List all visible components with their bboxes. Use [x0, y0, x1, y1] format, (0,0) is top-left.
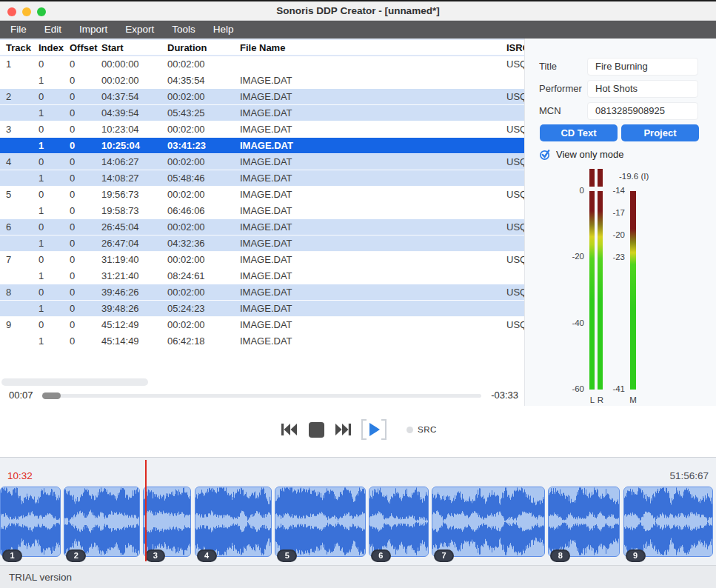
track-number-badge[interactable]: 7 [434, 549, 454, 562]
menu-item-help[interactable]: Help [204, 21, 243, 39]
cell-index: 0 [39, 254, 70, 265]
cell-offset: 0 [70, 335, 101, 347]
column-header-isrc[interactable]: ISRC [506, 42, 524, 53]
cell-file: IMAGE.DAT [240, 270, 506, 281]
waveform-clip-7[interactable] [432, 487, 545, 557]
next-track-button[interactable] [334, 420, 353, 439]
table-row[interactable]: 1045:14:4906:42:18IMAGE.DAT [0, 333, 524, 350]
skip-forward-icon [335, 422, 352, 437]
column-header-offset[interactable]: Offset [70, 42, 101, 53]
m-scale-tick: -20 [601, 230, 625, 239]
play-button[interactable] [361, 418, 387, 441]
seek-slider-thumb[interactable] [42, 392, 61, 399]
menu-item-export[interactable]: Export [116, 21, 163, 39]
cell-track: 8 [6, 287, 39, 298]
cell-isrc: USQ [506, 91, 524, 102]
column-header-track[interactable]: Track [6, 42, 39, 53]
track-number-badge[interactable]: 1 [2, 549, 22, 562]
track-number-badge[interactable]: 3 [145, 549, 165, 562]
src-indicator-group[interactable]: SRC [406, 425, 437, 434]
waveform-clip-9[interactable] [623, 487, 713, 557]
cell-duration: 00:02:00 [167, 59, 240, 70]
cell-index: 0 [39, 221, 70, 233]
waveform-clip-8[interactable] [548, 487, 620, 557]
table-row[interactable]: 90045:12:4900:02:00IMAGE.DATUSQ [0, 317, 524, 333]
waveform-clip-1[interactable] [0, 487, 61, 557]
table-row[interactable]: 40014:06:2700:02:00IMAGE.DATUSQ [0, 154, 524, 170]
menu-item-tools[interactable]: Tools [163, 21, 204, 39]
cell-duration: 04:35:54 [167, 75, 240, 86]
table-row[interactable]: 1000:02:0004:35:54IMAGE.DAT [0, 73, 524, 89]
minimize-window-icon[interactable] [22, 7, 31, 16]
track-number-badge[interactable]: 4 [197, 549, 217, 562]
cell-duration: 00:02:00 [167, 189, 240, 200]
menu-item-edit[interactable]: Edit [36, 21, 70, 39]
track-number-badge[interactable]: 5 [277, 549, 297, 562]
zoom-window-icon[interactable] [37, 7, 46, 16]
lr-scale-tick: 0 [561, 186, 584, 195]
waveform-clip-3[interactable] [143, 487, 191, 557]
cell-file: IMAGE.DAT [240, 107, 506, 118]
menu-item-file[interactable]: File [1, 21, 36, 39]
stop-button[interactable] [307, 420, 326, 439]
table-row[interactable]: 50019:56:7300:02:00IMAGE.DATUSQ [0, 187, 524, 203]
column-header-duration[interactable]: Duration [167, 42, 240, 53]
waveform-clip-2[interactable] [64, 487, 140, 557]
cell-start: 04:37:54 [101, 91, 167, 102]
cell-file: IMAGE.DAT [240, 238, 506, 249]
table-row[interactable]: 1014:08:2705:48:46IMAGE.DAT [0, 170, 524, 187]
lr-scale-tick: -60 [561, 384, 584, 393]
table-row[interactable]: 1019:58:7306:46:06IMAGE.DAT [0, 203, 524, 219]
cell-index: 0 [39, 287, 70, 298]
cell-duration: 06:46:06 [167, 205, 240, 216]
table-row[interactable]: 20004:37:5400:02:00IMAGE.DATUSQ [0, 89, 524, 105]
channel-label-m: M [628, 395, 638, 404]
playhead-line[interactable] [145, 460, 147, 561]
cell-isrc: USQ [506, 156, 524, 167]
track-number-badge[interactable]: 8 [550, 549, 570, 562]
table-row[interactable]: 10000:00:0000:02:00USQ [0, 56, 524, 73]
waveform-clip-4[interactable] [195, 487, 272, 557]
seek-slider-track[interactable] [42, 394, 481, 398]
cell-isrc: USQ [506, 221, 524, 233]
column-header-start[interactable]: Start [101, 42, 167, 53]
cell-start: 19:58:73 [101, 205, 167, 216]
cell-offset: 0 [70, 254, 101, 265]
horizontal-scrollbar[interactable] [1, 378, 148, 386]
menu-item-import[interactable]: Import [70, 21, 116, 39]
cell-start: 10:25:04 [101, 140, 167, 151]
cell-index: 0 [39, 91, 70, 102]
cell-start: 39:48:26 [101, 303, 167, 314]
previous-track-button[interactable] [279, 420, 298, 439]
cell-duration: 00:02:00 [167, 124, 240, 135]
waveform-canvas [275, 487, 366, 555]
table-row[interactable]: 30010:23:0400:02:00IMAGE.DATUSQ [0, 121, 524, 138]
cell-start: 19:56:73 [101, 189, 167, 200]
cell-offset: 0 [70, 59, 101, 70]
stop-icon [309, 422, 324, 438]
cell-start: 14:06:27 [101, 156, 167, 167]
trial-version-label: TRIAL version [9, 572, 72, 583]
table-row[interactable]: 1004:39:5405:43:25IMAGE.DAT [0, 105, 524, 121]
table-row[interactable]: 70031:19:4000:02:00IMAGE.DATUSQ [0, 252, 524, 268]
table-row[interactable]: 1010:25:0403:41:23IMAGE.DAT [0, 138, 524, 154]
waveform-clip-5[interactable] [275, 487, 366, 557]
cell-duration: 00:02:00 [167, 221, 240, 233]
cell-offset: 0 [70, 287, 101, 298]
table-row[interactable]: 60026:45:0400:02:00IMAGE.DATUSQ [0, 219, 524, 235]
table-row[interactable]: 80039:46:2600:02:00IMAGE.DATUSQ [0, 284, 524, 301]
track-number-badge[interactable]: 6 [371, 549, 391, 562]
waveform-canvas [432, 487, 545, 555]
column-header-index[interactable]: Index [39, 42, 70, 53]
cell-track: 6 [6, 221, 39, 233]
m-scale-tick: -17 [601, 208, 625, 217]
table-row[interactable]: 1031:21:4008:24:61IMAGE.DAT [0, 268, 524, 284]
track-number-badge[interactable]: 9 [626, 549, 646, 562]
table-row[interactable]: 1039:48:2605:24:23IMAGE.DAT [0, 301, 524, 317]
waveform-clip-6[interactable] [369, 487, 429, 557]
column-header-file[interactable]: File Name [240, 42, 506, 53]
table-row[interactable]: 1026:47:0404:32:36IMAGE.DAT [0, 235, 524, 252]
cell-index: 0 [39, 156, 70, 167]
track-number-badge[interactable]: 2 [66, 549, 86, 562]
close-window-icon[interactable] [7, 7, 16, 16]
